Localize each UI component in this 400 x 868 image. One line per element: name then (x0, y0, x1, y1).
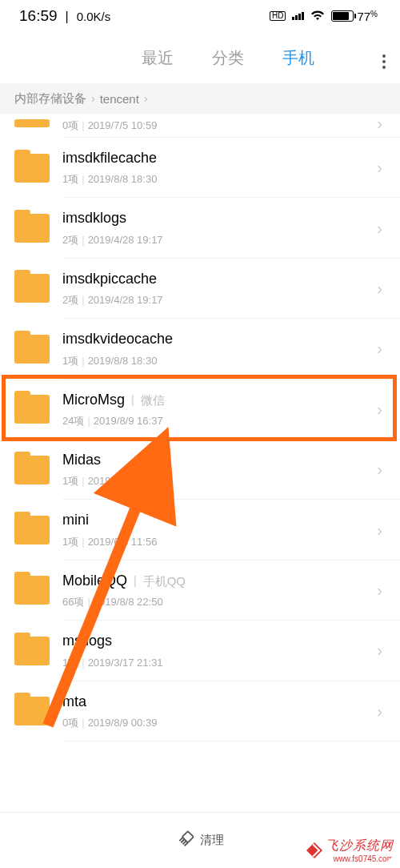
folder-name: imsdkvideocache (62, 330, 173, 348)
folder-icon (14, 119, 50, 127)
broom-icon (176, 830, 195, 852)
chevron-right-icon: › (377, 521, 382, 540)
folder-row[interactable]: mini1项|2019/6/8 11:56› (0, 500, 400, 560)
folder-count: 1项 (62, 536, 78, 548)
folder-count: 2项 (62, 294, 78, 306)
status-time: 16:59 (19, 7, 58, 25)
chevron-right-icon: › (377, 219, 382, 238)
chevron-right-icon: › (377, 340, 382, 358)
chevron-right-icon: › (91, 92, 95, 105)
folder-row[interactable]: Midas1项|2019/8/8 22:14› (0, 440, 400, 500)
folder-name: mta (62, 693, 86, 711)
signal-icon (292, 12, 304, 20)
folder-icon (14, 637, 50, 665)
folder-date: 2019/7/5 10:59 (88, 119, 158, 131)
folder-count: 1项 (62, 475, 78, 487)
wifi-icon (310, 10, 325, 23)
tab-category[interactable]: 分类 (212, 47, 244, 69)
breadcrumb-root[interactable]: 内部存储设备 (14, 91, 86, 106)
folder-row[interactable]: imsdklogs2项|2019/4/28 19:17› (0, 198, 400, 258)
folder-icon (14, 154, 50, 183)
folder-icon (14, 395, 50, 424)
folder-date: 2019/8/9 00:39 (88, 717, 158, 729)
folder-alias: 微信 (141, 392, 165, 408)
folder-name: imsdkpiccache (62, 270, 157, 288)
folder-row[interactable]: imsdkpiccache2项|2019/4/28 19:17› (0, 259, 400, 319)
watermark-text: 飞沙系统网 (326, 838, 394, 852)
folder-date: 2019/6/8 11:56 (88, 536, 158, 548)
chevron-right-icon: › (377, 400, 382, 419)
folder-name: MobileQQ (62, 572, 127, 590)
folder-row[interactable]: imsdkfilecache1项|2019/8/8 18:30› (0, 138, 400, 198)
chevron-right-icon: › (377, 460, 382, 479)
watermark-url: www.fs0745.com (326, 854, 394, 863)
chevron-right-icon: › (377, 641, 382, 660)
status-bar: 16:59 | 0.0K/s HD 77% (0, 0, 400, 32)
folder-icon (14, 335, 50, 364)
folder-count: 0项 (62, 119, 78, 131)
folder-alias: 手机QQ (143, 573, 186, 589)
folder-list: 0项|2019/7/5 10:59›imsdkfilecache1项|2019/… (0, 114, 400, 741)
chevron-right-icon: › (377, 279, 382, 298)
breadcrumb-path[interactable]: tencent (100, 92, 139, 106)
folder-count: 24项 (62, 415, 84, 427)
watermark-logo-icon (306, 842, 322, 858)
folder-row[interactable]: imsdkvideocache1项|2019/8/8 18:30› (0, 319, 400, 379)
svg-rect-1 (182, 831, 194, 842)
status-netspeed: 0.0K/s (77, 10, 111, 23)
folder-count: 1项 (62, 355, 78, 367)
folder-name: imsdklogs (62, 209, 126, 227)
folder-date: 2019/8/8 18:30 (88, 173, 158, 185)
folder-icon (14, 456, 50, 484)
folder-icon (14, 274, 50, 303)
folder-row[interactable]: mta0项|2019/8/9 00:39› (0, 681, 400, 741)
chevron-right-icon: › (144, 92, 148, 105)
chevron-right-icon: › (377, 581, 382, 600)
folder-row[interactable]: MobileQQ|手机QQ66项|2019/8/8 22:50› (0, 561, 400, 621)
clean-button[interactable]: 清理 (176, 830, 224, 852)
more-menu-button[interactable] (354, 46, 386, 69)
folder-icon (14, 214, 50, 243)
folder-count: 1项 (62, 173, 78, 185)
folder-count: 1项 (62, 657, 78, 669)
folder-icon (14, 697, 50, 725)
hd-icon: HD (270, 11, 286, 21)
folder-row[interactable]: msflogs1项|2019/3/17 21:31› (0, 621, 400, 681)
more-vertical-icon (382, 54, 386, 69)
top-tabs: 最近 分类 手机 (0, 32, 400, 83)
breadcrumb[interactable]: 内部存储设备 › tencent › (0, 83, 400, 114)
folder-date: 2019/8/8 18:30 (88, 355, 158, 367)
watermark: 飞沙系统网 www.fs0745.com (300, 834, 400, 868)
folder-date: 2019/3/17 21:31 (88, 657, 163, 669)
folder-name: imsdkfilecache (62, 149, 157, 167)
folder-row[interactable]: 0项|2019/7/5 10:59› (0, 114, 400, 138)
folder-name: mini (62, 511, 89, 529)
folder-date: 2019/4/28 19:17 (88, 294, 163, 306)
battery-icon: 77% (331, 10, 378, 23)
folder-count: 2项 (62, 234, 78, 246)
clean-label: 清理 (200, 833, 224, 848)
folder-icon (14, 516, 50, 545)
folder-icon (14, 576, 50, 605)
folder-date: 2019/8/8 22:50 (94, 596, 163, 608)
folder-name: MicroMsg (62, 391, 125, 409)
folder-date: 2019/8/9 16:37 (94, 415, 163, 427)
chevron-right-icon: › (377, 115, 382, 133)
tab-recent[interactable]: 最近 (142, 47, 174, 69)
chevron-right-icon: › (377, 702, 382, 721)
folder-date: 2019/8/8 22:14 (88, 475, 158, 487)
folder-date: 2019/4/28 19:17 (88, 234, 163, 246)
folder-count: 66项 (62, 596, 84, 608)
folder-name: Midas (62, 451, 101, 469)
chevron-right-icon: › (377, 159, 382, 177)
folder-row[interactable]: MicroMsg|微信24项|2019/8/9 16:37› (0, 380, 400, 440)
folder-count: 0项 (62, 717, 78, 729)
folder-name: msflogs (62, 632, 112, 650)
tab-phone[interactable]: 手机 (282, 47, 314, 69)
